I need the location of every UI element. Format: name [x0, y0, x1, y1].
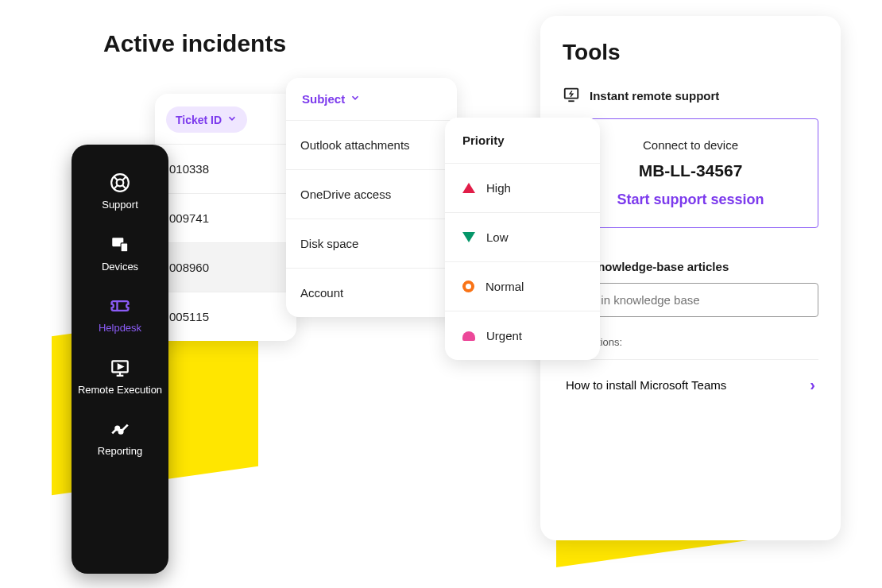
triangle-up-icon: [462, 183, 475, 193]
chevron-down-icon: [350, 92, 361, 106]
subject-row[interactable]: Account: [286, 268, 457, 317]
start-session-button[interactable]: Start support session: [582, 191, 799, 208]
sidebar-item-devices[interactable]: Devices: [72, 222, 168, 284]
sidebar: Support Devices Helpdesk Remote Executio…: [72, 145, 168, 574]
chevron-down-icon: [226, 113, 238, 126]
column-header-label: Priority: [445, 118, 600, 163]
svg-marker-12: [118, 364, 122, 368]
remote-support-heading: Instant remote support: [563, 86, 818, 106]
lifebuoy-icon: [109, 172, 131, 194]
subjects-column: Subject Outlook attachments OneDrive acc…: [286, 78, 457, 317]
svg-line-2: [114, 176, 118, 180]
chevron-right-icon: ›: [810, 376, 815, 394]
suggestions-label: Suggestions:: [563, 336, 818, 348]
ticket-row[interactable]: 009741: [155, 193, 296, 242]
priority-row[interactable]: Normal: [445, 261, 600, 311]
connect-device-box: Connect to device MB-LL-34567 Start supp…: [563, 118, 818, 228]
svg-line-3: [122, 185, 126, 189]
alarm-icon: [462, 331, 475, 341]
priority-row[interactable]: Low: [445, 212, 600, 261]
kb-search-input[interactable]: [563, 283, 818, 317]
sidebar-item-label: Reporting: [98, 445, 142, 458]
priority-label: High: [486, 181, 511, 195]
subject-row[interactable]: Outlook attachments: [286, 120, 457, 169]
ticket-row[interactable]: 005115: [155, 292, 296, 341]
section-label: Instant remote support: [590, 89, 719, 103]
sidebar-item-label: Helpdesk: [99, 322, 141, 335]
column-header-label: Subject: [302, 92, 345, 106]
kb-suggestion-item[interactable]: How to install Microsoft Teams ›: [563, 359, 818, 394]
chart-line-icon: [109, 418, 131, 440]
sidebar-item-remote-execution[interactable]: Remote Execution: [72, 346, 168, 408]
triangle-down-icon: [462, 232, 475, 242]
sidebar-item-support[interactable]: Support: [72, 161, 168, 222]
column-header-label: Ticket ID: [176, 114, 222, 126]
devices-icon: [109, 234, 131, 256]
tickets-column: Ticket ID 010338 009741 008960 005115: [155, 94, 296, 341]
svg-line-5: [114, 185, 118, 189]
subject-sort[interactable]: Subject: [286, 78, 457, 120]
priority-label: Urgent: [486, 329, 522, 342]
sidebar-item-label: Remote Execution: [78, 384, 162, 397]
svg-point-13: [116, 427, 119, 430]
circle-icon: [462, 280, 474, 292]
sidebar-item-helpdesk[interactable]: Helpdesk: [72, 284, 168, 346]
sidebar-item-reporting[interactable]: Reporting: [72, 407, 168, 469]
kb-suggestion-label: How to install Microsoft Teams: [566, 378, 726, 392]
subject-row[interactable]: Disk space: [286, 219, 457, 268]
subject-row[interactable]: OneDrive access: [286, 169, 457, 219]
ticket-id-sort[interactable]: Ticket ID: [166, 106, 247, 133]
svg-point-14: [119, 430, 122, 433]
play-monitor-icon: [109, 357, 131, 379]
priority-label: Low: [486, 230, 509, 244]
svg-line-4: [122, 176, 126, 180]
svg-point-1: [117, 180, 124, 187]
monitor-bolt-icon: [563, 86, 580, 106]
tools-title: Tools: [563, 40, 818, 65]
priority-row[interactable]: High: [445, 163, 600, 212]
ticket-row[interactable]: 008960: [155, 242, 296, 292]
sidebar-item-label: Devices: [102, 261, 138, 273]
ticket-icon: [109, 295, 131, 317]
priorities-column: Priority High Low Normal Urgent: [445, 118, 600, 360]
sidebar-item-label: Support: [102, 199, 138, 211]
svg-rect-7: [121, 242, 128, 251]
ticket-row[interactable]: 010338: [155, 144, 296, 193]
priority-label: Normal: [485, 280, 524, 293]
priority-row[interactable]: Urgent: [445, 311, 600, 360]
page-heading: Active incidents: [103, 30, 286, 57]
kb-label: Find knowledge-base articles: [563, 260, 818, 273]
device-id: MB-LL-34567: [582, 161, 799, 180]
connect-label: Connect to device: [582, 138, 799, 152]
